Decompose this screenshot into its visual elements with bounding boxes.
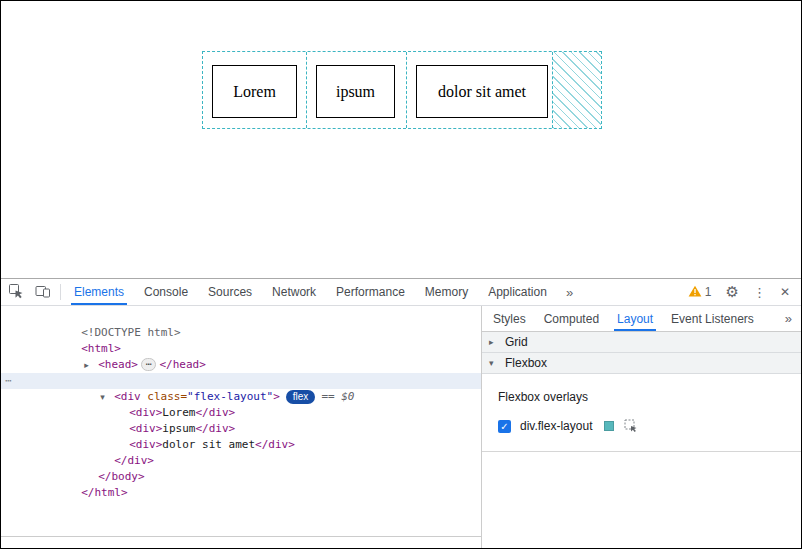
tab-sources[interactable]: Sources xyxy=(198,279,262,305)
devtools-panel: Elements Console Sources Network Perform… xyxy=(1,278,801,548)
chevron-right-icon: ▸ xyxy=(489,337,499,347)
tree-node-flex-layout-div[interactable]: ⋯▾<div class="flex-layout">flex== $0 xyxy=(1,373,481,389)
browser-window: Lorem ipsum dolor sit amet xyxy=(0,0,802,549)
tab-performance[interactable]: Performance xyxy=(326,279,415,305)
tree-node-child-div[interactable]: <div>dolor sit amet</div> xyxy=(1,421,481,437)
node-options-icon[interactable]: ⋯ xyxy=(5,373,11,389)
devtools-toolbar: Elements Console Sources Network Perform… xyxy=(1,279,801,306)
chevron-down-icon: ▾ xyxy=(489,358,499,368)
settings-button[interactable]: ⚙ xyxy=(718,283,745,301)
sidebar-tabs: Styles Computed Layout Event Listeners » xyxy=(482,306,801,332)
toolbar-right-controls: 1 ⚙ ⋮ ✕ xyxy=(681,279,801,305)
tab-memory[interactable]: Memory xyxy=(415,279,478,305)
flexbox-section-header[interactable]: ▾ Flexbox xyxy=(482,353,801,374)
overlay-element-label[interactable]: div.flex-layout xyxy=(520,419,592,433)
overlay-color-swatch[interactable] xyxy=(604,421,614,431)
tree-node-child-div[interactable]: <div>ipsum</div> xyxy=(1,405,481,421)
device-toolbar-button[interactable] xyxy=(29,279,57,305)
warning-icon xyxy=(688,285,702,300)
close-icon: ✕ xyxy=(780,285,790,299)
elements-tree: <!DOCTYPE html> <html> ▸<head>⋯</head> ▾… xyxy=(1,306,481,548)
breadcrumb-bar[interactable] xyxy=(1,536,481,548)
warnings-button[interactable]: 1 xyxy=(681,285,719,300)
tab-application[interactable]: Application xyxy=(478,279,557,305)
toolbar-divider xyxy=(60,284,61,300)
flexbox-overlays-title: Flexbox overlays xyxy=(498,390,785,404)
flexbox-overlay-row: ✓ div.flex-layout xyxy=(498,419,785,433)
tab-layout[interactable]: Layout xyxy=(608,306,662,331)
devtools-body: <!DOCTYPE html> <html> ▸<head>⋯</head> ▾… xyxy=(1,306,801,548)
tree-node-head[interactable]: ▸<head>⋯</head> xyxy=(1,341,481,357)
inspect-element-button[interactable] xyxy=(1,279,29,305)
flexbox-overlays-section: Flexbox overlays ✓ div.flex-layout xyxy=(482,374,801,452)
overlay-toggle-icon xyxy=(624,419,638,433)
flex-gap-separator xyxy=(406,52,407,128)
tree-node-child-div[interactable]: <div>Lorem</div> xyxy=(1,389,481,405)
more-tabs-icon[interactable]: » xyxy=(776,306,801,331)
close-devtools-button[interactable]: ✕ xyxy=(773,285,797,299)
flex-item: ipsum xyxy=(316,65,395,118)
overlay-checkbox[interactable]: ✓ xyxy=(498,420,511,433)
flex-free-space-hatch xyxy=(553,52,601,128)
flex-item: Lorem xyxy=(212,65,297,118)
inspect-icon xyxy=(7,282,24,302)
rendered-page: Lorem ipsum dolor sit amet xyxy=(1,1,801,278)
tab-styles[interactable]: Styles xyxy=(484,306,535,331)
elements-sidebar: Styles Computed Layout Event Listeners »… xyxy=(481,306,801,548)
tab-event-listeners[interactable]: Event Listeners xyxy=(662,306,763,331)
flex-gap-separator xyxy=(306,52,307,128)
tree-node-div-close[interactable]: </div> xyxy=(1,437,481,453)
more-tabs-icon[interactable]: » xyxy=(557,279,582,305)
device-toolbar-icon xyxy=(34,283,52,302)
flex-item: dolor sit amet xyxy=(416,65,548,118)
tab-elements[interactable]: Elements xyxy=(64,279,134,305)
grid-section-header[interactable]: ▸ Grid xyxy=(482,332,801,353)
gear-icon: ⚙ xyxy=(725,283,738,301)
tree-node-body-open[interactable]: ▾<body> xyxy=(1,357,481,373)
tree-node-doctype[interactable]: <!DOCTYPE html> xyxy=(1,309,481,325)
tree-node-body-close[interactable]: </body> xyxy=(1,453,481,469)
flexbox-overlay: Lorem ipsum dolor sit amet xyxy=(202,51,602,129)
tab-computed[interactable]: Computed xyxy=(535,306,608,331)
kebab-menu-icon: ⋮ xyxy=(753,285,766,300)
devtools-menu-button[interactable]: ⋮ xyxy=(746,285,773,300)
tree-node-html-close[interactable]: </html> xyxy=(1,469,481,485)
tree-node-html-open[interactable]: <html> xyxy=(1,325,481,341)
tab-network[interactable]: Network xyxy=(262,279,326,305)
tab-console[interactable]: Console xyxy=(134,279,198,305)
warning-count: 1 xyxy=(705,285,712,299)
